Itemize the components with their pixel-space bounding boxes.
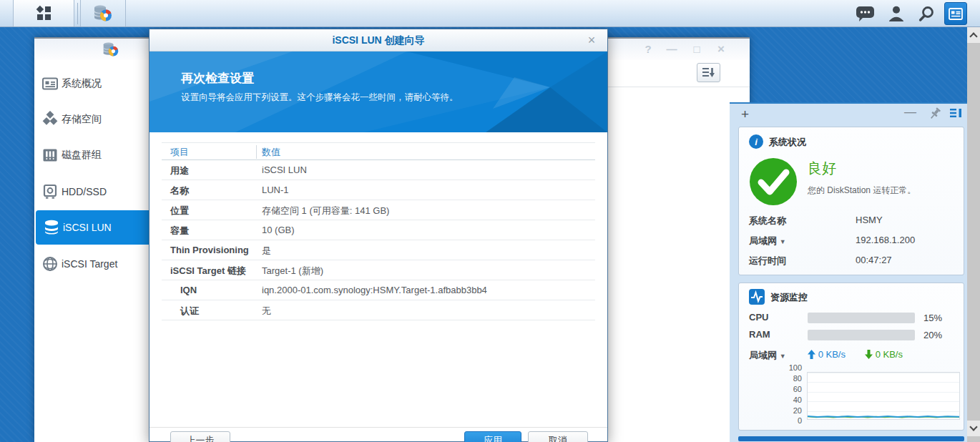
user-menu-button[interactable] bbox=[886, 5, 907, 22]
window-minimize-button[interactable]: — bbox=[662, 41, 681, 57]
y-tick: 80 bbox=[776, 374, 802, 383]
banner-subtitle: 设置向导将会应用下列设置。这个步骤将会花一些时间，请耐心等待。 bbox=[181, 92, 459, 104]
widgets-toggle-button[interactable] bbox=[944, 2, 967, 25]
upload-rate: 0 KB/s bbox=[808, 349, 846, 360]
sidebar-item-iscsi-target[interactable]: iSCSI Target bbox=[34, 247, 149, 281]
dock-panel-icon[interactable] bbox=[950, 107, 962, 122]
table-header-row: 项目 数值 bbox=[162, 142, 595, 160]
uptime-label: 运行时间 bbox=[749, 255, 786, 267]
cpu-percent: 15% bbox=[923, 313, 942, 323]
health-status-text: 良好 bbox=[808, 159, 836, 178]
user-icon bbox=[889, 6, 903, 21]
chevron-down-icon: ▼ bbox=[780, 353, 786, 360]
taskbar-storage-manager-button[interactable] bbox=[80, 0, 126, 26]
lun-stack-icon bbox=[42, 218, 61, 237]
table-row: 认证 无 bbox=[162, 300, 595, 320]
notifications-button[interactable] bbox=[854, 5, 876, 22]
widget-title: 资源监控 bbox=[770, 291, 808, 304]
scroll-up-button[interactable] bbox=[967, 27, 980, 43]
column-header-item: 项目 bbox=[170, 146, 189, 159]
sidebar-item-storage-volume[interactable]: 存储空间 bbox=[34, 102, 149, 137]
pin-icon[interactable] bbox=[928, 107, 941, 123]
scroll-down-button[interactable] bbox=[967, 421, 980, 436]
chevron-down-icon: ▼ bbox=[780, 238, 786, 245]
y-tick: 0 bbox=[776, 416, 802, 425]
window-close-button[interactable]: × bbox=[712, 41, 730, 57]
storage-manager-icon bbox=[93, 4, 113, 23]
ram-percent: 20% bbox=[923, 330, 942, 340]
uptime-value: 00:47:27 bbox=[856, 255, 892, 265]
next-widget-edge bbox=[738, 436, 964, 441]
sidebar-item-iscsi-lun[interactable]: iSCSI LUN bbox=[36, 210, 149, 245]
taskbar-divider bbox=[77, 3, 78, 24]
system-name-label: 系统名称 bbox=[749, 215, 786, 227]
sidebar-item-label: 磁盘群组 bbox=[62, 149, 102, 162]
dialog-banner: 再次检查设置 设置向导将会应用下列设置。这个步骤将会花一些时间，请耐心等待。 bbox=[150, 51, 607, 132]
chat-bubble-icon bbox=[856, 6, 875, 22]
panel-minimize-button[interactable]: — bbox=[904, 105, 916, 119]
y-tick: 20 bbox=[776, 406, 802, 415]
hdd-icon bbox=[41, 182, 59, 201]
sidebar-item-system-overview[interactable]: 系统概况 bbox=[34, 67, 149, 101]
column-header-value: 数值 bbox=[262, 146, 280, 159]
banner-heading: 再次检查设置 bbox=[181, 70, 254, 87]
cpu-label: CPU bbox=[749, 312, 768, 323]
sidebar-item-label: iSCSI Target bbox=[62, 258, 117, 270]
taskbar bbox=[0, 0, 980, 27]
main-menu-button[interactable] bbox=[13, 0, 74, 26]
volume-cubes-icon bbox=[41, 110, 59, 129]
svg-text:i: i bbox=[755, 137, 758, 147]
sort-button[interactable] bbox=[697, 63, 720, 82]
y-tick: 60 bbox=[776, 385, 802, 393]
system-health-widget: i 系统状况 良好 您的 DiskStation 运转正常。 系统名称 HSMY… bbox=[738, 127, 964, 275]
apply-button[interactable]: 应用 bbox=[464, 431, 521, 442]
sidebar-item-label: HDD/SSD bbox=[62, 186, 107, 197]
widgets-icon bbox=[949, 8, 963, 20]
table-row: 名称 LUN-1 bbox=[162, 180, 595, 200]
search-icon bbox=[918, 6, 935, 22]
desktop-scrollbar[interactable] bbox=[967, 27, 980, 442]
dialog-titlebar[interactable]: iSCSI LUN 创建向导 × bbox=[150, 29, 607, 51]
upload-arrow-icon bbox=[808, 350, 815, 359]
add-widget-button[interactable]: + bbox=[741, 107, 749, 122]
table-row: IQN iqn.2000-01.com.synology:HSMY.Target… bbox=[162, 280, 595, 300]
ram-label: RAM bbox=[749, 329, 770, 340]
sidebar-item-label: iSCSI LUN bbox=[63, 222, 112, 233]
download-rate: 0 KB/s bbox=[865, 349, 903, 360]
health-status-desc: 您的 DiskStation 运转正常。 bbox=[808, 185, 916, 197]
table-row: 位置 存储空间 1 (可用容量: 141 GB) bbox=[162, 200, 595, 220]
sidebar-item-disk-group[interactable]: 磁盘群组 bbox=[34, 138, 149, 172]
desktop: ? — □ × 系统概况 存储空间 bbox=[0, 0, 980, 442]
storage-manager-window-icon bbox=[102, 41, 119, 61]
sort-lines-icon bbox=[702, 67, 715, 78]
ram-usage-bar bbox=[808, 330, 915, 340]
info-icon: i bbox=[749, 134, 763, 152]
cancel-button[interactable]: 取消 bbox=[528, 431, 588, 442]
previous-button[interactable]: 上一步 bbox=[170, 431, 230, 442]
overview-card-icon bbox=[41, 74, 59, 93]
footer-divider bbox=[150, 427, 607, 428]
main-menu-grid-icon bbox=[36, 5, 52, 21]
network-traffic-chart bbox=[807, 372, 960, 420]
dialog-close-button[interactable]: × bbox=[584, 32, 599, 48]
resource-monitor-icon bbox=[749, 289, 765, 308]
chevron-down-icon bbox=[969, 423, 977, 431]
table-row: Thin Provisioning 是 bbox=[162, 240, 595, 260]
target-globe-icon bbox=[41, 255, 59, 273]
health-ok-icon bbox=[749, 157, 798, 209]
search-button[interactable] bbox=[916, 5, 937, 22]
widget-title: 系统状况 bbox=[769, 136, 806, 149]
window-help-button[interactable]: ? bbox=[639, 41, 657, 57]
lan-label[interactable]: 局域网 ▼ bbox=[749, 235, 786, 247]
lan-ip-value: 192.168.1.200 bbox=[856, 235, 915, 245]
sidebar-item-hdd-ssd[interactable]: HDD/SSD bbox=[34, 175, 149, 209]
y-tick: 40 bbox=[776, 396, 802, 404]
resource-monitor-widget: 资源监控 CPU 15% RAM 20% 局域网 ▼ 0 KB/s 0 KB/s… bbox=[738, 283, 964, 431]
lan-traffic-label[interactable]: 局域网 ▼ bbox=[749, 349, 786, 362]
traffic-lines bbox=[808, 373, 959, 419]
iscsi-lun-wizard-dialog: iSCSI LUN 创建向导 × 再次检查设置 设置向导将会应用下列设置。这个步… bbox=[149, 29, 608, 442]
window-maximize-button[interactable]: □ bbox=[687, 41, 706, 57]
dialog-title: iSCSI LUN 创建向导 bbox=[150, 29, 607, 51]
cpu-usage-bar bbox=[808, 313, 915, 323]
sidebar-item-label: 存储空间 bbox=[62, 113, 102, 126]
